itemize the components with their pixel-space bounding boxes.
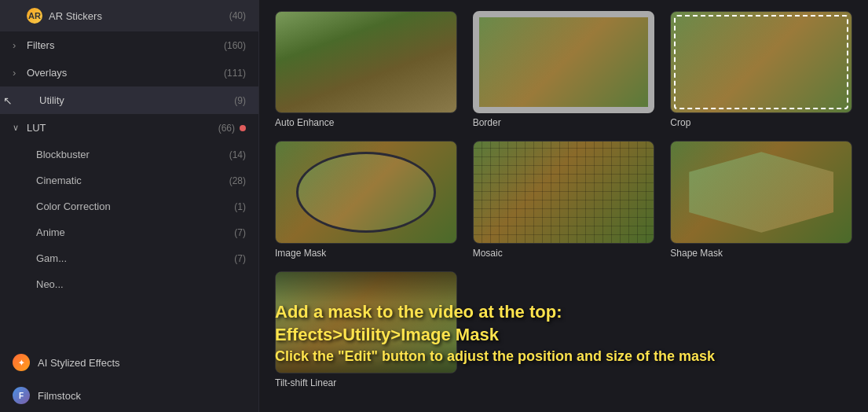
effect-item-mosaic[interactable]: Mosaic — [473, 141, 655, 258]
sidebar-item-label: Overlays — [27, 67, 224, 79]
sidebar-item-label: Neo... — [36, 278, 246, 290]
effects-grid: Auto Enhance Border Crop Image Mask Mosa… — [275, 8, 852, 388]
sidebar-item-count: (111) — [224, 68, 246, 79]
effect-item-border[interactable]: Border — [473, 11, 655, 128]
sidebar-item-label: Cinematic — [36, 175, 229, 186]
effect-label: Tilt-shift Linear — [275, 377, 336, 388]
effect-label: Auto Enhance — [275, 117, 334, 128]
ar-stickers-icon: AR — [27, 8, 42, 24]
sidebar: AR AR Stickers (40) › Filters (160) › Ov… — [0, 0, 259, 412]
effect-item-shape-mask[interactable]: Shape Mask — [670, 141, 852, 258]
sidebar-item-ar-stickers[interactable]: AR AR Stickers (40) — [0, 0, 258, 31]
effect-label: Crop — [670, 117, 690, 128]
sidebar-item-count: (7) — [234, 227, 246, 238]
sidebar-item-count: (160) — [224, 40, 246, 51]
sidebar-item-filmstock[interactable]: F Filmstock — [0, 379, 258, 412]
sidebar-item-label: Gam... — [36, 252, 234, 264]
sidebar-item-gaming[interactable]: Gam... (7) — [0, 245, 258, 271]
sidebar-item-label: AI Stylized Effects — [38, 357, 120, 369]
sidebar-item-count: (40) — [229, 10, 246, 21]
sidebar-item-ai-stylized[interactable]: ✦ AI Stylized Effects — [0, 346, 258, 379]
sidebar-item-count: (14) — [229, 149, 246, 160]
sidebar-item-label: LUT — [27, 122, 218, 134]
effect-thumbnail-tilt-shift — [275, 271, 457, 373]
effect-label: Mosaic — [473, 248, 503, 259]
effect-item-crop[interactable]: Crop — [670, 11, 852, 128]
sidebar-item-filters[interactable]: › Filters (160) — [0, 31, 258, 59]
sidebar-item-label: AR Stickers — [49, 10, 229, 22]
effect-thumbnail-crop — [670, 11, 852, 113]
sidebar-item-count: (7) — [234, 253, 246, 264]
arrow-icon: › — [13, 39, 24, 51]
effect-item-tilt-shift[interactable]: Tilt-shift Linear — [275, 271, 457, 388]
effect-label: Border — [473, 117, 501, 128]
ai-stylized-icon: ✦ — [13, 354, 30, 371]
arrow-icon: › — [13, 67, 24, 79]
effect-item-auto-enhance[interactable]: Auto Enhance — [275, 11, 457, 128]
sidebar-item-count: (1) — [234, 201, 246, 212]
effect-thumbnail-auto-enhance — [275, 11, 457, 113]
sidebar-item-count: (9) — [234, 95, 246, 106]
effect-thumbnail-mosaic — [473, 141, 655, 243]
sidebar-item-label: Utility — [39, 94, 234, 106]
sidebar-bottom: ✦ AI Stylized Effects F Filmstock — [0, 346, 258, 412]
arrow-icon: ∨ — [13, 123, 24, 133]
sidebar-item-blockbuster[interactable]: Blockbuster (14) — [0, 142, 258, 167]
cursor-icon: ↖ — [3, 94, 13, 107]
sidebar-item-anime[interactable]: Anime (7) — [0, 219, 258, 245]
sidebar-item-label: Filmstock — [38, 390, 81, 402]
effect-thumbnail-border — [473, 11, 655, 113]
sidebar-item-label: Color Correction — [36, 200, 234, 212]
filmstock-icon: F — [13, 387, 30, 404]
effect-thumbnail-image-mask — [275, 141, 457, 243]
effect-thumbnail-shape-mask — [670, 141, 852, 243]
main-content: Auto Enhance Border Crop Image Mask Mosa… — [259, 0, 868, 412]
sidebar-item-cinematic[interactable]: Cinematic (28) — [0, 167, 258, 193]
sidebar-item-count: (66) — [218, 123, 235, 134]
sidebar-item-count: (28) — [229, 175, 246, 186]
sidebar-item-overlays[interactable]: › Overlays (111) — [0, 59, 258, 86]
sidebar-item-color-correction[interactable]: Color Correction (1) — [0, 193, 258, 219]
sidebar-item-label: Filters — [27, 39, 224, 51]
sidebar-item-utility[interactable]: ↖ Utility (9) — [0, 86, 258, 114]
effect-label: Image Mask — [275, 248, 326, 259]
effect-item-image-mask[interactable]: Image Mask — [275, 141, 457, 258]
notification-dot — [240, 125, 246, 131]
sidebar-item-neon[interactable]: Neo... — [0, 271, 258, 297]
sidebar-item-label: Anime — [36, 226, 234, 238]
effect-label: Shape Mask — [670, 248, 723, 259]
sidebar-item-label: Blockbuster — [36, 149, 229, 160]
sidebar-item-lut[interactable]: ∨ LUT (66) — [0, 114, 258, 142]
